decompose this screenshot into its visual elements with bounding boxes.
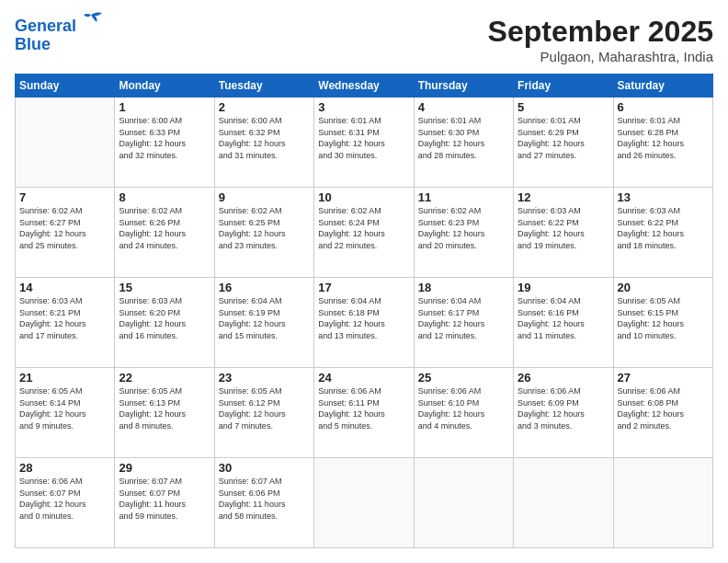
logo-bird-icon — [78, 11, 104, 35]
day-info: Sunrise: 6:02 AM Sunset: 6:24 PM Dayligh… — [318, 205, 409, 251]
day-number: 7 — [19, 190, 110, 204]
col-thursday: Thursday — [414, 75, 513, 98]
day-info: Sunrise: 6:06 AM Sunset: 6:10 PM Dayligh… — [418, 385, 509, 431]
day-number: 28 — [19, 461, 110, 475]
day-info: Sunrise: 6:06 AM Sunset: 6:09 PM Dayligh… — [518, 385, 609, 431]
day-number: 29 — [119, 461, 210, 475]
day-info: Sunrise: 6:03 AM Sunset: 6:22 PM Dayligh… — [618, 205, 709, 251]
day-info: Sunrise: 6:02 AM Sunset: 6:26 PM Dayligh… — [119, 205, 210, 251]
calendar-week-row: 1Sunrise: 6:00 AM Sunset: 6:33 PM Daylig… — [16, 98, 713, 188]
table-row: 24Sunrise: 6:06 AM Sunset: 6:11 PM Dayli… — [314, 368, 414, 458]
day-info: Sunrise: 6:05 AM Sunset: 6:15 PM Dayligh… — [618, 295, 709, 341]
day-number: 15 — [119, 281, 210, 294]
day-number: 4 — [418, 100, 509, 114]
table-row: 3Sunrise: 6:01 AM Sunset: 6:31 PM Daylig… — [314, 98, 414, 188]
table-row: 25Sunrise: 6:06 AM Sunset: 6:10 PM Dayli… — [414, 368, 513, 458]
table-row: 15Sunrise: 6:03 AM Sunset: 6:20 PM Dayli… — [115, 278, 214, 368]
header: General Blue September 2025 Pulgaon, Mah… — [15, 15, 713, 64]
day-number: 22 — [119, 371, 210, 385]
col-friday: Friday — [514, 75, 613, 98]
day-number: 6 — [618, 100, 709, 114]
day-number: 18 — [418, 281, 509, 294]
day-info: Sunrise: 6:03 AM Sunset: 6:20 PM Dayligh… — [119, 295, 210, 341]
table-row: 5Sunrise: 6:01 AM Sunset: 6:29 PM Daylig… — [514, 98, 613, 188]
col-tuesday: Tuesday — [214, 75, 313, 98]
table-row: 18Sunrise: 6:04 AM Sunset: 6:17 PM Dayli… — [414, 278, 513, 368]
table-row — [314, 458, 414, 548]
day-number: 25 — [418, 371, 509, 385]
day-number: 20 — [618, 281, 709, 294]
table-row: 22Sunrise: 6:05 AM Sunset: 6:13 PM Dayli… — [115, 368, 214, 458]
table-row: 4Sunrise: 6:01 AM Sunset: 6:30 PM Daylig… — [414, 98, 513, 188]
table-row — [514, 458, 613, 548]
table-row: 21Sunrise: 6:05 AM Sunset: 6:14 PM Dayli… — [16, 368, 115, 458]
day-number: 1 — [119, 100, 210, 114]
day-number: 27 — [618, 371, 709, 385]
table-row: 2Sunrise: 6:00 AM Sunset: 6:32 PM Daylig… — [214, 98, 313, 188]
day-info: Sunrise: 6:03 AM Sunset: 6:21 PM Dayligh… — [19, 295, 110, 341]
day-info: Sunrise: 6:00 AM Sunset: 6:33 PM Dayligh… — [119, 115, 210, 161]
day-number: 26 — [518, 371, 609, 385]
day-info: Sunrise: 6:03 AM Sunset: 6:22 PM Dayligh… — [518, 205, 609, 251]
day-number: 24 — [318, 371, 409, 385]
day-info: Sunrise: 6:04 AM Sunset: 6:16 PM Dayligh… — [518, 295, 609, 341]
day-info: Sunrise: 6:05 AM Sunset: 6:12 PM Dayligh… — [219, 385, 310, 431]
day-info: Sunrise: 6:05 AM Sunset: 6:13 PM Dayligh… — [119, 385, 210, 431]
table-row: 23Sunrise: 6:05 AM Sunset: 6:12 PM Dayli… — [214, 368, 313, 458]
day-info: Sunrise: 6:01 AM Sunset: 6:30 PM Dayligh… — [418, 115, 509, 161]
day-number: 5 — [518, 100, 609, 114]
table-row: 28Sunrise: 6:06 AM Sunset: 6:07 PM Dayli… — [16, 458, 115, 548]
day-number: 23 — [219, 371, 310, 385]
table-row: 17Sunrise: 6:04 AM Sunset: 6:18 PM Dayli… — [314, 278, 414, 368]
day-number: 9 — [219, 190, 310, 204]
table-row: 12Sunrise: 6:03 AM Sunset: 6:22 PM Dayli… — [514, 188, 613, 278]
location: Pulgaon, Maharashtra, India — [488, 49, 713, 64]
day-info: Sunrise: 6:04 AM Sunset: 6:18 PM Dayligh… — [318, 295, 409, 341]
logo-text: General — [15, 17, 76, 36]
table-row: 9Sunrise: 6:02 AM Sunset: 6:25 PM Daylig… — [214, 188, 313, 278]
day-number: 16 — [219, 281, 310, 294]
day-info: Sunrise: 6:06 AM Sunset: 6:11 PM Dayligh… — [318, 385, 409, 431]
table-row: 26Sunrise: 6:06 AM Sunset: 6:09 PM Dayli… — [514, 368, 613, 458]
table-row: 20Sunrise: 6:05 AM Sunset: 6:15 PM Dayli… — [613, 278, 712, 368]
day-info: Sunrise: 6:07 AM Sunset: 6:06 PM Dayligh… — [219, 476, 310, 522]
table-row — [613, 458, 712, 548]
day-number: 11 — [418, 190, 509, 204]
table-row: 19Sunrise: 6:04 AM Sunset: 6:16 PM Dayli… — [514, 278, 613, 368]
day-info: Sunrise: 6:02 AM Sunset: 6:23 PM Dayligh… — [418, 205, 509, 251]
table-row: 1Sunrise: 6:00 AM Sunset: 6:33 PM Daylig… — [115, 98, 214, 188]
table-row: 29Sunrise: 6:07 AM Sunset: 6:07 PM Dayli… — [115, 458, 214, 548]
day-info: Sunrise: 6:04 AM Sunset: 6:17 PM Dayligh… — [418, 295, 509, 341]
table-row: 27Sunrise: 6:06 AM Sunset: 6:08 PM Dayli… — [613, 368, 712, 458]
logo-blue-text: Blue — [15, 35, 51, 54]
calendar-week-row: 7Sunrise: 6:02 AM Sunset: 6:27 PM Daylig… — [16, 188, 713, 278]
day-number: 10 — [318, 190, 409, 204]
calendar-week-row: 21Sunrise: 6:05 AM Sunset: 6:14 PM Dayli… — [16, 368, 713, 458]
day-info: Sunrise: 6:06 AM Sunset: 6:08 PM Dayligh… — [618, 385, 709, 431]
day-info: Sunrise: 6:01 AM Sunset: 6:29 PM Dayligh… — [518, 115, 609, 161]
calendar-header-row: Sunday Monday Tuesday Wednesday Thursday… — [16, 75, 713, 98]
day-number: 19 — [518, 281, 609, 294]
col-monday: Monday — [115, 75, 214, 98]
day-info: Sunrise: 6:07 AM Sunset: 6:07 PM Dayligh… — [119, 476, 210, 522]
day-number: 21 — [19, 371, 110, 385]
table-row: 30Sunrise: 6:07 AM Sunset: 6:06 PM Dayli… — [214, 458, 313, 548]
table-row: 8Sunrise: 6:02 AM Sunset: 6:26 PM Daylig… — [115, 188, 214, 278]
title-area: September 2025 Pulgaon, Maharashtra, Ind… — [488, 15, 713, 64]
day-number: 3 — [318, 100, 409, 114]
table-row: 14Sunrise: 6:03 AM Sunset: 6:21 PM Dayli… — [16, 278, 115, 368]
day-number: 12 — [518, 190, 609, 204]
col-saturday: Saturday — [613, 75, 712, 98]
logo: General Blue — [15, 15, 104, 54]
col-wednesday: Wednesday — [314, 75, 414, 98]
col-sunday: Sunday — [16, 75, 115, 98]
day-number: 30 — [219, 461, 310, 475]
day-info: Sunrise: 6:06 AM Sunset: 6:07 PM Dayligh… — [19, 476, 110, 522]
calendar-week-row: 28Sunrise: 6:06 AM Sunset: 6:07 PM Dayli… — [16, 458, 713, 548]
day-info: Sunrise: 6:02 AM Sunset: 6:27 PM Dayligh… — [19, 205, 110, 251]
page: General Blue September 2025 Pulgaon, Mah… — [0, 0, 728, 563]
month-title: September 2025 — [488, 15, 713, 49]
calendar-table: Sunday Monday Tuesday Wednesday Thursday… — [15, 74, 713, 548]
table-row: 13Sunrise: 6:03 AM Sunset: 6:22 PM Dayli… — [613, 188, 712, 278]
day-number: 8 — [119, 190, 210, 204]
